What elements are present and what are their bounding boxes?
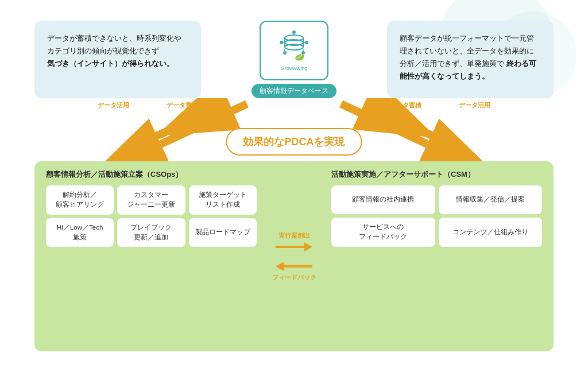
top-left-text: データが蓄積できないと、時系列変化やカテゴリ別の傾向が視覚化できず: [47, 34, 181, 55]
exec-right-arrow: [276, 242, 312, 251]
svg-point-8: [292, 30, 296, 34]
data-utilization-left-label: データ活用: [98, 99, 129, 110]
pdca-box: 効果的なPDCAを実現: [226, 128, 362, 156]
db-icon-box: Growwwing: [260, 21, 328, 80]
top-left-insight-box: データが蓄積できないと、時系列変化やカテゴリ別の傾向が視覚化できず 気づき（イン…: [34, 21, 201, 98]
csops-section: 顧客情報分析／活動施策立案（CSOps） 解約分析／顧客ヒアリング カスタマージ…: [46, 169, 257, 343]
card-content-structure: コンテンツ／仕組み作り: [439, 218, 543, 247]
svg-point-11: [283, 51, 287, 55]
data-accumulation-right-label: データ蓄積: [390, 99, 421, 110]
feedback-arrow-group: フィードバック: [272, 262, 316, 282]
card-service-feedback: サービスへのフィードバック: [331, 218, 435, 247]
svg-line-25: [138, 104, 230, 144]
top-right-format-box: 顧客データが統一フォーマットで一元管理されていないと、全データを効果的に分析／活…: [387, 21, 554, 98]
data-utilization-right-label: データ活用: [459, 99, 490, 110]
main-container: データが蓄積できないと、時系列変化やカテゴリ別の傾向が視覚化できず 気づき（イン…: [0, 0, 588, 372]
data-accumulation-left-label: データ蓄積: [167, 99, 198, 110]
card-info-collection: 情報収集／発信／提案: [439, 185, 543, 214]
top-left-bold: 気づき（インサイト）が得られない。: [47, 59, 174, 68]
card-playbook: プレイブック更新／追加: [117, 218, 185, 247]
feedback-left-arrow: [276, 262, 312, 271]
db-label: 顧客情報データベース: [252, 84, 336, 98]
csm-cards-grid: 顧客情報の社内連携 情報収集／発信／提案 サービスへのフィードバック コンテンツ…: [331, 185, 542, 247]
db-center: Growwwing 顧客情報データベース: [237, 21, 351, 98]
execution-center: 実行案創出 フィードバック: [257, 169, 331, 343]
csops-title: 顧客情報分析／活動施策立案（CSOps）: [46, 169, 257, 180]
svg-line-27: [364, 104, 450, 144]
card-hi-low-tech: Hi／Low／Tech施策: [46, 218, 114, 247]
arrow-pdca-row: データ活用 データ蓄積 データ蓄積 データ活用 効果的なPDCAを実現: [23, 98, 565, 161]
card-roadmap: 製品ロードマップ: [189, 218, 257, 247]
execution-label: 実行案創出: [278, 231, 310, 240]
card-cancellation-analysis: 解約分析／顧客ヒアリング: [46, 185, 114, 215]
bottom-green-section: 顧客情報分析／活動施策立案（CSOps） 解約分析／顧客ヒアリング カスタマージ…: [34, 161, 554, 351]
brand-logo: Growwwing: [281, 65, 308, 71]
execution-arrow-group: 実行案創出: [276, 231, 312, 251]
database-svg-icon: [277, 30, 311, 64]
card-customer-journey: カスタマージャーニー更新: [117, 185, 185, 215]
pdca-label: 効果的なPDCAを実現: [243, 136, 345, 148]
card-internal-sharing: 顧客情報の社内連携: [331, 185, 435, 214]
csm-section: 活動施策実施／アフターサポート（CSM） 顧客情報の社内連携 情報収集／発信／提…: [331, 169, 542, 343]
csm-title: 活動施策実施／アフターサポート（CSM）: [331, 169, 542, 180]
csops-cards-grid: 解約分析／顧客ヒアリング カスタマージャーニー更新 施策ターゲットリスト作成 H…: [46, 185, 257, 247]
card-target-list: 施策ターゲットリスト作成: [189, 185, 257, 215]
svg-point-12: [301, 51, 305, 55]
top-row: データが蓄積できないと、時系列変化やカテゴリ別の傾向が視覚化できず 気づき（イン…: [23, 11, 565, 98]
feedback-label: フィードバック: [272, 273, 316, 282]
